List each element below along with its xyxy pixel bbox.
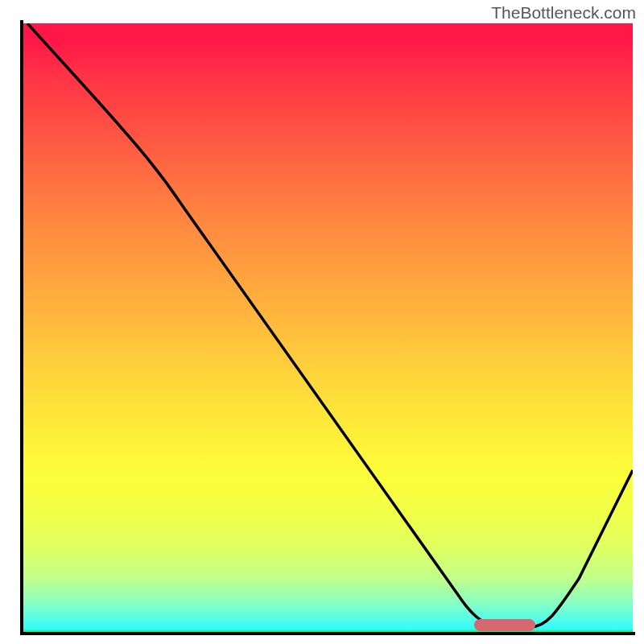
watermark-text: TheBottleneck.com: [491, 3, 636, 23]
chart-plot-area: [23, 23, 633, 632]
x-axis-line: [20, 632, 635, 635]
optimal-range-marker: [474, 619, 535, 631]
bottleneck-curve: [23, 23, 633, 632]
y-axis-line: [20, 20, 23, 634]
